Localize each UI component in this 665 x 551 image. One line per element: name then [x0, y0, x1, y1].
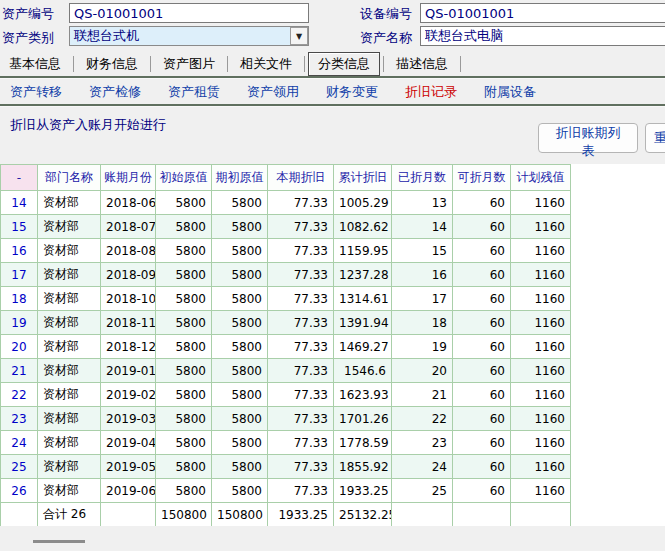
cell[interactable]: 1623.93	[334, 383, 392, 407]
table-row[interactable]: 23资材部2019-035800580077.331701.2622601160	[1, 407, 571, 431]
column-header[interactable]: 累计折旧	[334, 165, 392, 191]
cell[interactable]: 资材部	[38, 407, 101, 431]
column-header[interactable]: 初始原值	[156, 165, 212, 191]
cell[interactable]: 1160	[511, 215, 571, 239]
cell[interactable]: 77.33	[268, 455, 334, 479]
tab-finance-info[interactable]: 财务信息	[77, 53, 147, 75]
cell[interactable]: 19	[1, 311, 38, 335]
cell[interactable]: 资材部	[38, 431, 101, 455]
cell[interactable]: 17	[392, 287, 453, 311]
column-header[interactable]: 账期月份	[101, 165, 156, 191]
cell[interactable]: 1160	[511, 287, 571, 311]
cell[interactable]: 21	[1, 359, 38, 383]
cell[interactable]: 1160	[511, 239, 571, 263]
cell[interactable]: 1391.94	[334, 311, 392, 335]
horizontal-scrollbar[interactable]	[0, 526, 665, 551]
cell[interactable]: 1237.28	[334, 263, 392, 287]
cell[interactable]: 2019-04	[101, 431, 156, 455]
cell[interactable]: 18	[1, 287, 38, 311]
cell[interactable]: 5800	[212, 383, 268, 407]
subtab-depreciation-record[interactable]: 折旧记录	[405, 83, 457, 101]
cell[interactable]: 5800	[156, 455, 212, 479]
cell[interactable]: 1546.6	[334, 359, 392, 383]
cell[interactable]: 1160	[511, 455, 571, 479]
cell[interactable]: 1005.29	[334, 191, 392, 215]
tab-basic-info[interactable]: 基本信息	[0, 53, 70, 75]
cell[interactable]: 资材部	[38, 455, 101, 479]
cell[interactable]: 22	[1, 383, 38, 407]
tab-description-info[interactable]: 描述信息	[387, 53, 457, 75]
subtab-asset-requisition[interactable]: 资产领用	[247, 83, 299, 101]
cell[interactable]: 2019-02	[101, 383, 156, 407]
cell[interactable]: 5800	[156, 407, 212, 431]
cell[interactable]: 60	[453, 407, 511, 431]
recalculate-button-partial[interactable]: 重	[645, 123, 665, 153]
cell[interactable]: 60	[453, 287, 511, 311]
cell[interactable]: 5800	[212, 359, 268, 383]
table-row[interactable]: 18资材部2018-105800580077.331314.6117601160	[1, 287, 571, 311]
cell[interactable]: 18	[392, 311, 453, 335]
cell[interactable]: 5800	[156, 479, 212, 503]
cell[interactable]: 资材部	[38, 311, 101, 335]
cell[interactable]: 5800	[156, 215, 212, 239]
cell[interactable]: 13	[392, 191, 453, 215]
cell[interactable]: 5800	[156, 335, 212, 359]
cell[interactable]: 5800	[212, 311, 268, 335]
cell[interactable]: 15	[392, 239, 453, 263]
cell[interactable]: 资材部	[38, 287, 101, 311]
cell[interactable]: 60	[453, 359, 511, 383]
cell[interactable]: 1160	[511, 431, 571, 455]
cell[interactable]: 1160	[511, 263, 571, 287]
cell[interactable]: 1160	[511, 359, 571, 383]
cell[interactable]: 1160	[511, 383, 571, 407]
cell[interactable]: 77.33	[268, 191, 334, 215]
cell[interactable]: 77.33	[268, 335, 334, 359]
combobox-dropdown-button[interactable]: ▼	[290, 27, 308, 45]
cell[interactable]: 17	[1, 263, 38, 287]
cell[interactable]: 16	[392, 263, 453, 287]
cell[interactable]: 15	[1, 215, 38, 239]
horizontal-scrollbar-thumb[interactable]	[33, 540, 85, 543]
cell[interactable]: 77.33	[268, 431, 334, 455]
cell[interactable]: 5800	[212, 431, 268, 455]
cell[interactable]: 5800	[212, 239, 268, 263]
cell[interactable]: 2019-01	[101, 359, 156, 383]
cell[interactable]: 1160	[511, 407, 571, 431]
cell[interactable]: 16	[1, 239, 38, 263]
cell[interactable]: 资材部	[38, 335, 101, 359]
cell[interactable]: 5800	[156, 191, 212, 215]
cell[interactable]: 20	[392, 359, 453, 383]
cell[interactable]: 60	[453, 263, 511, 287]
cell[interactable]: 1160	[511, 191, 571, 215]
asset-code-input[interactable]	[69, 3, 309, 23]
cell[interactable]: 60	[453, 335, 511, 359]
cell[interactable]: 5800	[156, 311, 212, 335]
cell[interactable]: 2019-06	[101, 479, 156, 503]
cell[interactable]: 25	[1, 455, 38, 479]
cell[interactable]: 资材部	[38, 191, 101, 215]
cell[interactable]: 1159.95	[334, 239, 392, 263]
column-header[interactable]: -	[1, 165, 38, 191]
table-row[interactable]: 24资材部2019-045800580077.331778.5923601160	[1, 431, 571, 455]
cell[interactable]: 5800	[156, 287, 212, 311]
cell[interactable]: 5800	[212, 215, 268, 239]
cell[interactable]: 5800	[212, 287, 268, 311]
column-header[interactable]: 本期折旧	[268, 165, 334, 191]
cell[interactable]: 5800	[156, 431, 212, 455]
cell[interactable]: 2019-03	[101, 407, 156, 431]
cell[interactable]: 资材部	[38, 359, 101, 383]
cell[interactable]: 77.33	[268, 311, 334, 335]
cell[interactable]: 5800	[212, 335, 268, 359]
cell[interactable]: 资材部	[38, 215, 101, 239]
table-row[interactable]: 17资材部2018-095800580077.331237.2816601160	[1, 263, 571, 287]
cell[interactable]: 1701.26	[334, 407, 392, 431]
cell[interactable]: 24	[1, 431, 38, 455]
cell[interactable]: 1469.27	[334, 335, 392, 359]
tab-related-files[interactable]: 相关文件	[231, 53, 301, 75]
cell[interactable]: 资材部	[38, 383, 101, 407]
cell[interactable]: 2018-08	[101, 239, 156, 263]
cell[interactable]: 77.33	[268, 215, 334, 239]
column-header[interactable]: 计划残值	[511, 165, 571, 191]
cell[interactable]: 资材部	[38, 239, 101, 263]
asset-name-input[interactable]	[420, 26, 665, 46]
